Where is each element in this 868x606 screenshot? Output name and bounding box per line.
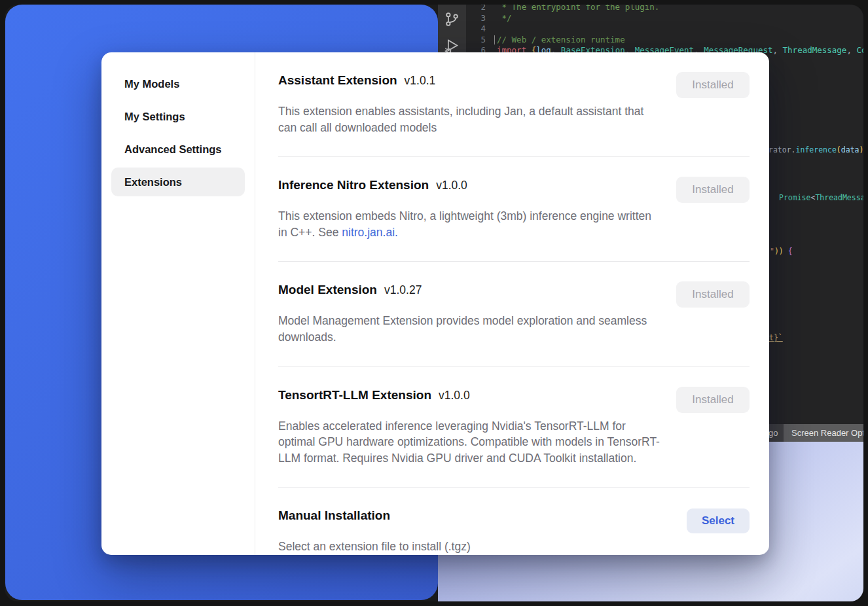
sidebar-item-label: Advanced Settings (124, 143, 222, 156)
sidebar-item-my-settings[interactable]: My Settings (111, 102, 245, 131)
extension-version: v1.0.0 (436, 179, 467, 192)
extension-name: Model Extension (278, 281, 377, 298)
text-cursor (494, 35, 495, 45)
sidebar-item-my-models[interactable]: My Models (111, 69, 245, 98)
extension-description: This extension embeds Nitro, a lightweig… (278, 208, 661, 240)
sidebar-item-advanced-settings[interactable]: Advanced Settings (111, 135, 245, 164)
extension-titles: Inference Nitro Extension v1.0.0 (278, 177, 467, 194)
extension-header: Inference Nitro Extension v1.0.0 Install… (278, 177, 750, 203)
status-bar-text: go (769, 424, 778, 442)
extension-row: Assistant Extension v1.0.1 Installed Thi… (278, 52, 750, 157)
extensions-panel: Assistant Extension v1.0.1 Installed Thi… (255, 52, 769, 555)
sidebar-item-extensions[interactable]: Extensions (111, 168, 245, 196)
extension-description: This extension enables assistants, inclu… (278, 103, 661, 135)
settings-modal: My Models My Settings Advanced Settings … (101, 52, 769, 555)
code-line: 4 (466, 24, 863, 35)
screenshot-frame: 2 * The entrypoint for the plugin.3 */45… (5, 5, 863, 601)
code-line: 3 */ (466, 13, 863, 24)
installed-button[interactable]: Installed (676, 177, 750, 203)
extension-description: Select an extension file to install (.tg… (278, 539, 661, 555)
extension-titles: Assistant Extension v1.0.1 (278, 72, 435, 89)
extension-row: Manual Installation Select Select an ext… (278, 488, 750, 555)
extension-row: Model Extension v1.0.27 Installed Model … (278, 262, 750, 366)
extension-name: Assistant Extension (278, 72, 397, 89)
extension-version: v1.0.1 (405, 74, 436, 88)
code-fragment: t}` (769, 333, 783, 343)
code-line: 2 * The entrypoint for the plugin. (466, 5, 863, 13)
sidebar-item-label: My Settings (124, 111, 185, 123)
code-fragment: rator.inference(data)); (769, 145, 863, 155)
extension-titles: Model Extension v1.0.27 (278, 281, 422, 298)
sidebar-item-label: My Models (124, 78, 179, 90)
extension-header: TensortRT-LLM Extension v1.0.0 Installed (278, 387, 750, 413)
extension-titles: Manual Installation (278, 507, 390, 524)
settings-sidebar: My Models My Settings Advanced Settings … (101, 52, 255, 555)
extension-link[interactable]: nitro.jan.ai. (342, 226, 398, 239)
code-lines: 2 * The entrypoint for the plugin.3 */45… (466, 5, 863, 56)
code-fragment: Promise<ThreadMessage> (779, 193, 863, 203)
extension-name: Manual Installation (278, 507, 390, 524)
source-control-icon[interactable] (443, 10, 461, 28)
code-line: 5// Web / extension runtime (466, 35, 863, 46)
extension-name: Inference Nitro Extension (278, 177, 429, 194)
extension-description: Model Management Extension provides mode… (278, 313, 661, 345)
sidebar-item-label: Extensions (124, 176, 182, 188)
code-fragment: ")) { (770, 247, 793, 257)
extension-name: TensortRT-LLM Extension (278, 387, 431, 404)
extension-description: Enables accelerated inference leveraging… (278, 418, 661, 467)
extension-header: Model Extension v1.0.27 Installed (278, 281, 750, 308)
extension-row: TensortRT-LLM Extension v1.0.0 Installed… (278, 367, 750, 488)
select-file-button[interactable]: Select (687, 508, 750, 533)
installed-button[interactable]: Installed (676, 72, 750, 98)
extension-version: v1.0.0 (439, 389, 470, 402)
extension-row: Inference Nitro Extension v1.0.0 Install… (278, 157, 750, 262)
installed-button[interactable]: Installed (676, 387, 750, 413)
extension-titles: TensortRT-LLM Extension v1.0.0 (278, 387, 470, 404)
extension-header: Manual Installation Select (278, 507, 750, 533)
screen-reader-optimized-status[interactable]: Screen Reader Optimized (784, 424, 863, 442)
installed-button[interactable]: Installed (676, 281, 750, 308)
extension-header: Assistant Extension v1.0.1 Installed (278, 72, 750, 98)
extension-version: v1.0.27 (384, 283, 422, 297)
